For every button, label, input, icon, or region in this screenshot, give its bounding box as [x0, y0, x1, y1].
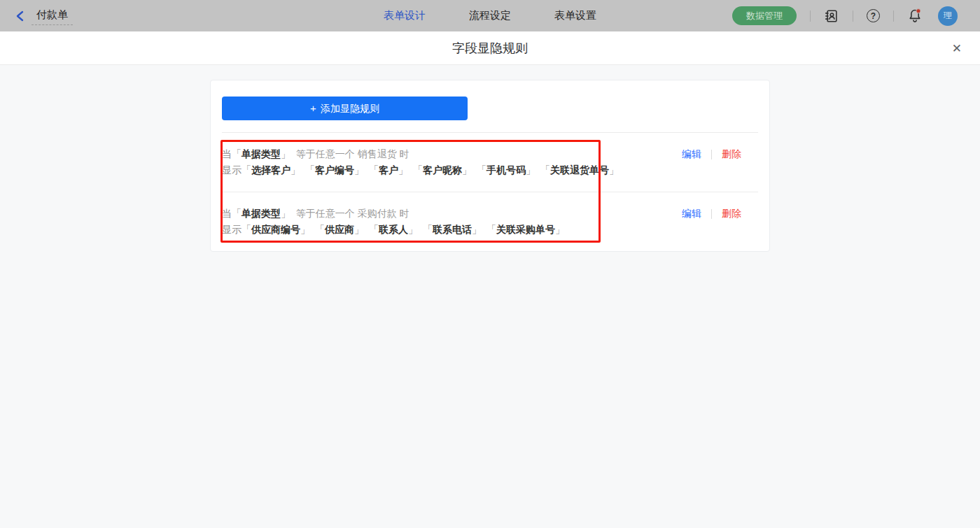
rule-show-line: 显示「供应商编号」「供应商」「联系人」「联系电话」「关联采购单号」 — [222, 222, 570, 238]
navbar-left: 付款单 — [15, 6, 73, 25]
bracket-open: 「 — [540, 164, 550, 176]
bracket-open: 「 — [232, 148, 241, 159]
bracket-close: 」 — [555, 224, 565, 235]
field-name: 供应商编号 — [251, 224, 300, 235]
shown-field: 「客户」 — [369, 164, 408, 176]
field-name: 关联退货单号 — [550, 164, 609, 176]
bracket-open: 「 — [241, 164, 251, 176]
condition-value: 采购付款 — [358, 208, 397, 219]
bracket-open: 「 — [369, 224, 379, 235]
field-name: 手机号码 — [486, 164, 526, 176]
shown-field: 「手机号码」 — [477, 164, 536, 176]
tab-workflow[interactable]: 流程设定 — [469, 9, 511, 22]
rules-list: 当「单据类型」 等于任意一个 销售退货 时显示「选择客户」「客户编号」「客户」「… — [222, 133, 758, 251]
bracket-open: 「 — [423, 224, 433, 235]
rule-row: 当「单据类型」 等于任意一个 采购付款 时显示「供应商编号」「供应商」「联系人」… — [222, 192, 758, 251]
edit-button[interactable]: 编辑 — [682, 206, 701, 222]
notification-bell-icon[interactable] — [907, 8, 923, 24]
plus-icon: + — [310, 102, 316, 114]
bracket-close: 」 — [290, 164, 300, 176]
shown-field: 「客户昵称」 — [413, 164, 472, 176]
field-name: 联系人 — [379, 224, 408, 235]
help-icon[interactable]: ? — [867, 9, 880, 22]
condition-operator: 等于任意一个 — [290, 208, 358, 219]
shown-field: 「联系电话」 — [423, 224, 482, 235]
field-name: 客户编号 — [315, 164, 354, 176]
rule-text: 当「单据类型」 等于任意一个 采购付款 时显示「供应商编号」「供应商」「联系人」… — [222, 206, 570, 238]
shown-field: 「供应商」 — [315, 224, 364, 235]
divider — [711, 209, 712, 219]
bracket-close: 」 — [609, 164, 619, 176]
show-prefix: 显示 — [222, 224, 241, 235]
add-rule-button[interactable]: +添加显隐规则 — [222, 97, 468, 120]
bracket-close: 」 — [408, 224, 418, 235]
delete-button[interactable]: 删除 — [722, 206, 741, 222]
rule-row: 当「单据类型」 等于任意一个 销售退货 时显示「选择客户」「客户编号」「客户」「… — [222, 133, 758, 192]
modal-header: 字段显隐规则 ✕ — [0, 31, 980, 65]
shown-field: 「联系人」 — [369, 224, 418, 235]
condition-suffix: 时 — [397, 208, 410, 219]
edit-button[interactable]: 编辑 — [682, 146, 701, 162]
delete-button[interactable]: 删除 — [722, 146, 741, 162]
field-name: 供应商 — [325, 224, 354, 235]
condition-field: 单据类型 — [241, 148, 281, 159]
divider — [711, 150, 712, 159]
bracket-close: 」 — [300, 224, 310, 235]
bracket-open: 「 — [486, 224, 496, 235]
rule-condition-line: 当「单据类型」 等于任意一个 销售退货 时 — [222, 146, 624, 162]
user-avatar[interactable]: 理 — [938, 6, 958, 26]
bracket-open: 「 — [232, 208, 241, 219]
shown-field: 「客户编号」 — [305, 164, 364, 176]
close-icon[interactable]: ✕ — [952, 42, 962, 54]
bracket-close: 」 — [354, 164, 364, 176]
bracket-close: 」 — [354, 224, 364, 235]
bracket-close: 」 — [281, 148, 290, 159]
rule-actions: 编辑删除 — [682, 206, 741, 222]
bracket-open: 「 — [241, 224, 251, 235]
bracket-open: 「 — [315, 224, 325, 235]
divider — [893, 10, 894, 22]
chevron-left-icon — [15, 10, 24, 22]
shown-field: 「关联退货单号」 — [540, 164, 619, 176]
shown-field: 「选择客户」 — [241, 164, 300, 176]
condition-field: 单据类型 — [241, 208, 281, 219]
field-name: 客户昵称 — [423, 164, 462, 176]
bracket-close: 」 — [281, 208, 290, 219]
rule-condition-line: 当「单据类型」 等于任意一个 采购付款 时 — [222, 206, 570, 222]
show-prefix: 显示 — [222, 164, 241, 176]
condition-suffix: 时 — [397, 148, 410, 159]
form-name-title[interactable]: 付款单 — [31, 6, 73, 25]
condition-prefix: 当 — [222, 208, 232, 219]
bracket-close: 」 — [398, 164, 408, 176]
top-navbar: 付款单 表单设计流程设定表单设置 数据管理 ? 理 — [0, 0, 980, 31]
rule-text: 当「单据类型」 等于任意一个 销售退货 时显示「选择客户」「客户编号」「客户」「… — [222, 146, 624, 178]
bracket-open: 「 — [477, 164, 486, 176]
navbar-right: 数据管理 ? 理 — [732, 6, 958, 26]
divider — [810, 10, 811, 22]
condition-prefix: 当 — [222, 148, 232, 159]
tab-form-settings[interactable]: 表单设置 — [554, 9, 596, 22]
modal-body: +添加显隐规则 当「单据类型」 等于任意一个 销售退货 时显示「选择客户」「客户… — [0, 80, 980, 528]
modal-title: 字段显隐规则 — [452, 40, 528, 57]
bracket-open: 「 — [305, 164, 315, 176]
bracket-close: 」 — [462, 164, 472, 176]
shown-field: 「供应商编号」 — [241, 224, 310, 235]
navbar-tabs: 表单设计流程设定表单设置 — [384, 0, 596, 31]
back-button[interactable] — [15, 10, 24, 22]
condition-value: 销售退货 — [358, 148, 397, 159]
field-name: 客户 — [379, 164, 398, 176]
field-name: 联系电话 — [433, 224, 472, 235]
field-name: 选择客户 — [251, 164, 290, 176]
shown-field: 「关联采购单号」 — [486, 224, 565, 235]
bracket-open: 「 — [413, 164, 423, 176]
bracket-close: 」 — [472, 224, 482, 235]
bracket-open: 「 — [369, 164, 379, 176]
condition-operator: 等于任意一个 — [290, 148, 358, 159]
add-rule-label: 添加显隐规则 — [321, 103, 379, 114]
rule-show-line: 显示「选择客户」「客户编号」「客户」「客户昵称」「手机号码」「关联退货单号」 — [222, 162, 624, 178]
tab-form-design[interactable]: 表单设计 — [384, 9, 426, 22]
contact-book-icon[interactable] — [824, 8, 839, 24]
data-manage-button[interactable]: 数据管理 — [732, 6, 797, 25]
rule-actions: 编辑删除 — [682, 146, 741, 162]
divider — [853, 10, 853, 22]
